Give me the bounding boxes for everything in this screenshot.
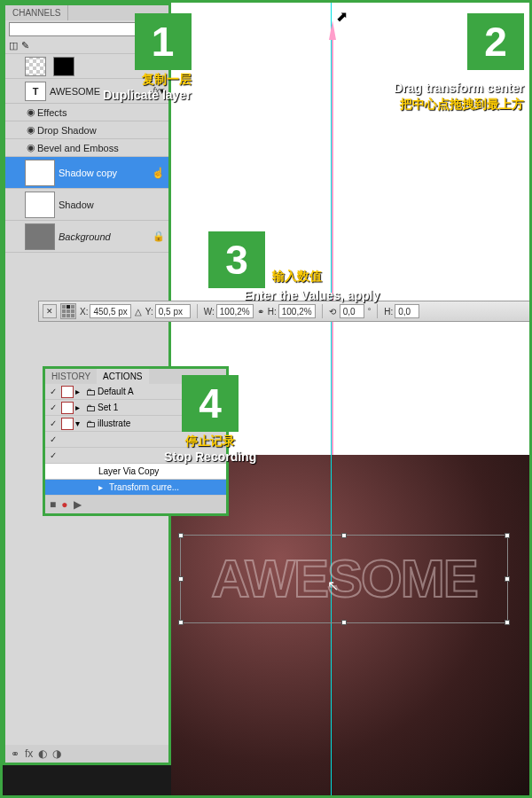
callout-number: 1	[135, 13, 192, 70]
layer-thumbnail[interactable]	[25, 160, 55, 186]
record-icon[interactable]: ●	[61, 498, 67, 511]
tab-channels[interactable]: CHANNELS	[5, 5, 68, 20]
x-label: X:	[80, 307, 88, 317]
layer-shadow-copy[interactable]: Shadow copy ☝	[5, 157, 168, 189]
action-step-layer-via-copy[interactable]: Layer Via Copy	[45, 464, 226, 480]
layer-name: Background	[59, 231, 153, 242]
effect-name: Bevel and Emboss	[37, 143, 165, 153]
callout-en: Duplicate layer	[103, 88, 192, 102]
callout-1: 1 复制一层 Duplicate layer	[103, 13, 192, 102]
adjustment-icon[interactable]: ◑	[52, 747, 61, 760]
x-field[interactable]: 450,5 px	[90, 304, 130, 318]
layer-mask-thumbnail[interactable]	[53, 57, 74, 76]
effect-drop-shadow[interactable]: ◉ Drop Shadow	[5, 121, 168, 139]
layer-shadow[interactable]: Shadow	[5, 189, 168, 221]
angle-icon: ⟲	[329, 307, 336, 317]
callout-3: 3 输入数值 Enter the Values, apply	[208, 231, 379, 302]
layer-thumbnail[interactable]	[25, 192, 55, 218]
transform-handle[interactable]	[178, 533, 184, 538]
dialog-icon[interactable]	[61, 418, 74, 430]
transform-bounding-box[interactable]	[180, 535, 508, 623]
toggle-icon[interactable]: ✓	[47, 419, 59, 428]
callout-en: Drag transform center	[394, 81, 524, 95]
effect-name: Drop Shadow	[37, 125, 165, 136]
toggle-icon[interactable]: ✓	[47, 387, 59, 396]
cancel-icon[interactable]: ✕	[43, 304, 57, 318]
transform-handle[interactable]	[341, 620, 347, 625]
callout-zh: 输入数值	[272, 269, 322, 285]
hand-cursor-icon: ☝	[152, 167, 165, 179]
transform-options-bar: ✕ X: 450,5 px △ Y: 0,5 px W: 100,2% ⚭ H:…	[38, 301, 532, 322]
effects-row[interactable]: ◉ Effects	[5, 104, 168, 121]
play-icon[interactable]: ▶	[74, 498, 82, 511]
action-step-name: Transform curre...	[109, 482, 224, 492]
dialog-icon[interactable]	[61, 386, 74, 398]
callout-number: 4	[182, 375, 239, 432]
layer-thumbnail[interactable]	[25, 223, 55, 250]
action-step-name: Layer Via Copy	[98, 466, 224, 476]
callout-zh: 复制一层	[142, 72, 192, 88]
layer-name: Shadow copy	[59, 168, 152, 178]
layer-background[interactable]: Background 🔒	[5, 221, 168, 253]
toggle-icon[interactable]: ✓	[47, 403, 59, 412]
disclosure-icon[interactable]: ▾	[75, 419, 84, 428]
link-icon[interactable]: ⚭	[11, 747, 20, 760]
link-icon[interactable]: ⚭	[257, 307, 264, 317]
effects-label: Effects	[37, 107, 165, 118]
w-label: W:	[204, 307, 215, 317]
effect-bevel-emboss[interactable]: ◉ Bevel and Emboss	[5, 139, 168, 157]
folder-icon: 🗀	[86, 403, 96, 413]
y-field[interactable]: 0,5 px	[155, 304, 191, 318]
callout-2: 2 Drag transform center 把中心点拖拽到最上方	[394, 13, 524, 113]
visibility-icon[interactable]: ◉	[25, 124, 37, 136]
callout-zh: 把中心点拖拽到最上方	[400, 97, 524, 113]
stop-icon[interactable]: ■	[50, 498, 56, 511]
callout-zh: 停止记录	[185, 434, 235, 450]
tab-actions[interactable]: ACTIONS	[97, 369, 148, 384]
transform-handle[interactable]	[341, 533, 347, 538]
fx-icon[interactable]: fx	[25, 747, 33, 760]
w-field[interactable]: 100,2%	[216, 304, 254, 318]
disclosure-icon[interactable]: ▸	[75, 403, 84, 412]
folder-icon: 🗀	[86, 419, 96, 429]
disclosure-icon[interactable]: ▸	[98, 482, 107, 492]
disclosure-icon[interactable]: ▸	[75, 387, 84, 396]
action-step-transform[interactable]: ▸ Transform curre...	[45, 480, 226, 496]
visibility-icon[interactable]: ◉	[25, 142, 37, 153]
callout-4: 4 停止记录 Stop Recording	[164, 375, 256, 464]
skew-h-field[interactable]: 0,0	[395, 304, 419, 318]
angle-field[interactable]: 0,0	[340, 304, 364, 318]
h-label: H:	[268, 307, 277, 317]
transform-handle[interactable]	[505, 576, 510, 582]
reference-point-locator[interactable]	[60, 303, 76, 319]
transform-handle[interactable]	[178, 620, 184, 625]
layer-thumbnail[interactable]	[25, 57, 46, 76]
transform-handle[interactable]	[505, 533, 510, 538]
actions-footer: ■ ● ▶	[45, 496, 226, 513]
lock-icon[interactable]: 🔒	[153, 231, 165, 242]
transform-center-cursor: ⬈	[336, 8, 348, 25]
delta-icon[interactable]: △	[135, 307, 142, 317]
tab-history[interactable]: HISTORY	[45, 369, 97, 384]
dialog-icon[interactable]	[61, 402, 74, 414]
lock-transparent-icon[interactable]: ◫	[9, 40, 18, 51]
callout-number: 3	[208, 231, 265, 288]
visibility-icon[interactable]: ◉	[25, 106, 37, 118]
mask-icon[interactable]: ◐	[38, 747, 47, 760]
skew-h-label: H:	[384, 307, 393, 317]
h-field[interactable]: 100,2%	[278, 304, 316, 318]
callout-en: Enter the Values, apply	[244, 288, 379, 302]
layer-name: Shadow	[59, 200, 165, 210]
folder-icon: 🗀	[86, 387, 96, 397]
transform-handle[interactable]	[178, 576, 184, 582]
callout-number: 2	[467, 13, 524, 70]
text-layer-thumbnail[interactable]: T	[25, 82, 46, 101]
transform-handle[interactable]	[505, 620, 510, 625]
callout-en: Stop Recording	[164, 450, 256, 464]
lock-image-icon[interactable]: ✎	[21, 40, 29, 51]
y-label: Y:	[145, 307, 153, 317]
